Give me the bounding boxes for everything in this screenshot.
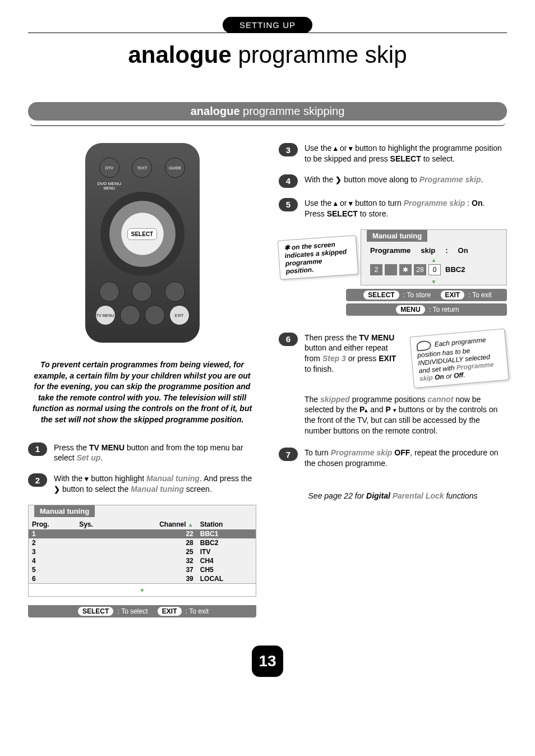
remote-select-button: SELECT — [127, 228, 157, 240]
individually-callout: Each programme position has to be INDIVI… — [409, 328, 509, 388]
asterisk-callout: ✱ on the screen indicates a skipped prog… — [278, 235, 359, 280]
step-5: 5 Use the ▴ or ▾ button to turn Programm… — [279, 198, 507, 219]
remote-mid-2 — [145, 305, 165, 325]
exit-legend-button: EXIT — [441, 291, 465, 299]
page-number: 13 — [252, 646, 283, 677]
see-also-note: See page 22 for Digital Parental Lock fu… — [279, 491, 507, 500]
remote-round-2 — [132, 282, 152, 302]
table-row: 432CH4 — [29, 556, 256, 565]
table-row: 228BBC2 — [29, 538, 256, 547]
step-4: 4 With the ❯ button move along to Progra… — [279, 174, 507, 188]
table-row: 537CH5 — [29, 565, 256, 574]
remote-tvmenu-button: TV MENU — [95, 305, 116, 325]
manual-tuning-skip-panel: Manual tuning Programme skip : On ▲ 2 ✱ — [361, 229, 507, 285]
remote-round-1 — [99, 282, 119, 302]
right-chevron-icon: ❯ — [335, 175, 342, 185]
right-chevron-icon: ❯ — [54, 485, 60, 495]
intro-paragraph: To prevent certain programmes from being… — [28, 359, 256, 426]
manual-tuning-table: Manual tuning Prog. Sys. Channel ▲ Stati… — [28, 505, 256, 597]
table-row: 122BBC1 — [29, 529, 256, 538]
remote-mid-1 — [120, 305, 140, 325]
sort-up-icon: ▲ — [188, 522, 193, 528]
remote-illustration: DTV MENU TEXT GUIDE DVD MENU SELECT T — [28, 143, 256, 343]
hand-pointer-icon — [416, 340, 431, 351]
select-legend-button: SELECT — [78, 607, 113, 616]
exit-legend-button: EXIT — [158, 607, 182, 616]
remote-exit-button: EXIT — [169, 305, 190, 325]
skipped-note: The skipped programme positions cannot n… — [305, 394, 507, 437]
step-1: 1 Press the TV MENU button and from the … — [28, 442, 256, 464]
page-title: analogue programme skip — [28, 42, 507, 68]
remote-round-3 — [165, 282, 185, 302]
subsection-bar: analogue programme skipping — [28, 102, 507, 121]
remote-guide-button: GUIDE — [165, 158, 185, 178]
table-row: 639LOCAL — [29, 574, 256, 583]
remote-navpad: SELECT — [100, 192, 185, 276]
step-3: 3 Use the ▴ or ▾ button to highlight the… — [279, 143, 507, 164]
remote-text-button: TEXT — [132, 158, 152, 178]
down-triangle-icon: ▼ — [140, 587, 145, 593]
step-7: 7 To turn Programme skip OFF, repeat the… — [279, 448, 507, 469]
menu-legend-button: MENU — [396, 305, 425, 314]
select-legend-button: SELECT — [363, 291, 399, 299]
step-2: 2 With the ▾ button highlight Manual tun… — [28, 473, 256, 495]
table-row: 325ITV — [29, 547, 256, 556]
step-6: 6 Then press the TV MENU button and eith… — [279, 333, 404, 375]
section-tab: SETTING UP — [223, 17, 312, 33]
remote-dtv-button: DTV MENU — [99, 158, 119, 178]
